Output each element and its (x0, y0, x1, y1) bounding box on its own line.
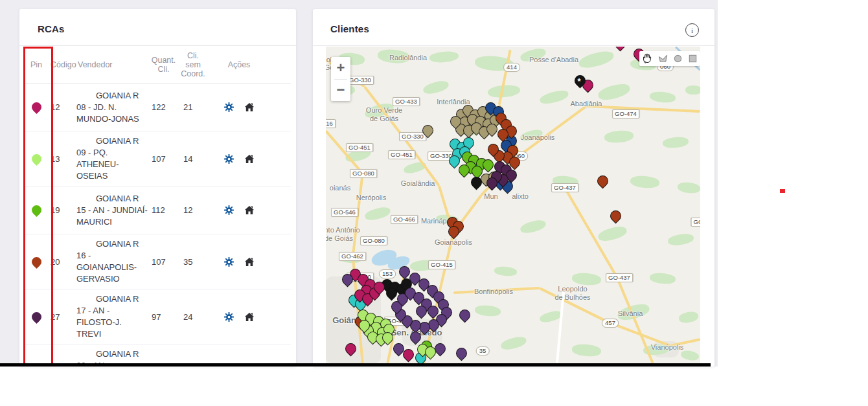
green-area (604, 130, 634, 144)
rca-pin-icon (29, 152, 43, 165)
home-button[interactable] (244, 257, 255, 267)
green-area (494, 266, 517, 277)
green-area (649, 91, 676, 103)
cli-sem-coord-cell: 12 (179, 205, 207, 215)
route-badge: GO (691, 218, 700, 227)
map-pin[interactable] (608, 208, 623, 223)
route-badge: GO-433 (393, 97, 420, 106)
green-area (500, 335, 528, 352)
vendedor-cell: GOIANIA R 09 - PQ. ATHENEU-OSEIAS (76, 131, 148, 186)
route-badge: GO-330 (399, 132, 426, 141)
route-badge: 414 (503, 63, 520, 72)
circle-tool-button[interactable] (672, 53, 683, 64)
settings-button[interactable] (224, 154, 234, 164)
acoes-cell (207, 154, 271, 164)
vendedor-cell: GOIANIA R 16 - GOIANAPOLIS-GERVASIO (76, 234, 148, 289)
town-label: de Bulhões (554, 293, 590, 301)
map-draw-toolbar (639, 51, 700, 66)
route-badge: GO-451 (346, 143, 373, 152)
cli-sem-coord-cell: 24 (179, 312, 207, 322)
table-row: 27GOIANIA R 17 - AN - FILOSTO-J. TREVI97… (23, 289, 291, 344)
quant-cli-cell: 107 (148, 257, 179, 267)
home-button[interactable] (244, 312, 255, 322)
route-badge: GO-466 (391, 215, 418, 224)
zoom-out-button[interactable]: − (331, 80, 350, 102)
town-label: oianás (330, 184, 350, 192)
rca-table-body: 12GOIANIA R 08 - JD. N. MUNDO-JONAS12221… (23, 84, 291, 367)
home-button[interactable] (244, 102, 255, 112)
route-badge: GO-330 (347, 76, 374, 85)
clientes-title: Clientes (330, 23, 369, 34)
clientes-map[interactable]: GO-330414GO-433GO-474GO-416GO-451GO-330G… (326, 47, 700, 363)
cli-sem-coord-cell: 35 (179, 257, 207, 267)
viewport-cut-line (0, 363, 711, 367)
rcas-table: Pin Código Vendedor Quant. Cli. Cli. sem… (23, 46, 291, 367)
route-badge: GO-416 (326, 119, 336, 128)
green-area (571, 343, 601, 357)
page: RCAs Pin Código Vendedor Quant. Cli. Cli… (0, 0, 868, 406)
rca-pin-icon (29, 203, 43, 217)
vendedor-cell: GOIANIA R 17 - AN - FILOSTO-J. TREVI (76, 289, 148, 344)
info-icon[interactable]: i (685, 23, 699, 37)
quant-cli-cell: 97 (148, 312, 179, 322)
acoes-cell (207, 257, 271, 267)
pin-cell (23, 312, 49, 322)
zoom-in-button[interactable]: + (331, 57, 350, 79)
pin-cell (23, 205, 49, 215)
col-header-pin: Pin (23, 60, 49, 69)
col-header-codigo: Código (49, 60, 76, 69)
table-header: Pin Código Vendedor Quant. Cli. Cli. sem… (23, 46, 291, 84)
red-dot-annotation (780, 189, 785, 193)
settings-button[interactable] (224, 205, 234, 215)
quant-cli-cell: 107 (148, 154, 179, 164)
map-pin[interactable] (612, 47, 628, 52)
green-area (685, 85, 700, 95)
col-header-cli-sem-coord: Cli. sem Coord. (179, 51, 207, 78)
green-area (662, 136, 689, 148)
map-pin[interactable] (457, 307, 472, 322)
rca-pin-icon (29, 254, 43, 268)
col-header-quant-cli: Quant. Cli. (148, 56, 179, 74)
town-label: Leopoldo (558, 285, 587, 293)
home-button[interactable] (244, 205, 255, 215)
cli-sem-coord-cell: 14 (179, 154, 207, 164)
route-badge: GO-415 (428, 260, 455, 269)
pan-hand-tool-button[interactable] (641, 52, 654, 65)
settings-button[interactable] (224, 257, 234, 267)
circle-icon (673, 54, 683, 63)
road (586, 105, 700, 112)
map-pin[interactable] (595, 173, 610, 188)
map-pin[interactable] (453, 345, 469, 361)
settings-button[interactable] (224, 102, 234, 112)
home-icon (244, 257, 255, 267)
town-label: de Goiás (326, 234, 353, 242)
gear-icon (224, 257, 234, 267)
rcas-panel: RCAs Pin Código Vendedor Quant. Cli. Cli… (19, 9, 296, 367)
home-button[interactable] (244, 154, 255, 164)
polygon-tool-button[interactable] (657, 53, 668, 64)
gear-icon (224, 154, 234, 164)
green-area (429, 51, 459, 63)
route-badge: GO-546 (331, 208, 358, 217)
clientes-panel: Clientes i GO-330414GO-433GO-474GO-416GO… (313, 9, 714, 367)
town-label: Silvânia (618, 310, 643, 317)
green-area (630, 175, 659, 189)
town-label: Vianópolis (651, 343, 684, 351)
table-row: 12GOIANIA R 08 - JD. N. MUNDO-JONAS12221 (23, 84, 291, 131)
green-area (422, 79, 450, 96)
route-badge: GO-080 (350, 169, 377, 178)
rca-pin-icon (29, 100, 43, 114)
town-label: de Goiás (370, 115, 398, 122)
pin-cell (23, 154, 49, 164)
settings-button[interactable] (224, 312, 234, 322)
vendedor-cell: GOIANIA R 15 - AN - JUNDIAÍ-MAURICI (76, 189, 148, 232)
vendedor-cell: GOIANIA R 08 - JD. N. MUNDO-JONAS (76, 86, 148, 129)
rectangle-tool-button[interactable] (687, 53, 698, 64)
town-label: Posse d'Abadia (529, 56, 578, 63)
green-area (597, 224, 628, 243)
green-area (474, 304, 501, 317)
gear-icon (224, 205, 234, 215)
star-glyph: * (578, 76, 581, 86)
green-area (539, 88, 570, 106)
rca-pin-icon (29, 310, 43, 323)
